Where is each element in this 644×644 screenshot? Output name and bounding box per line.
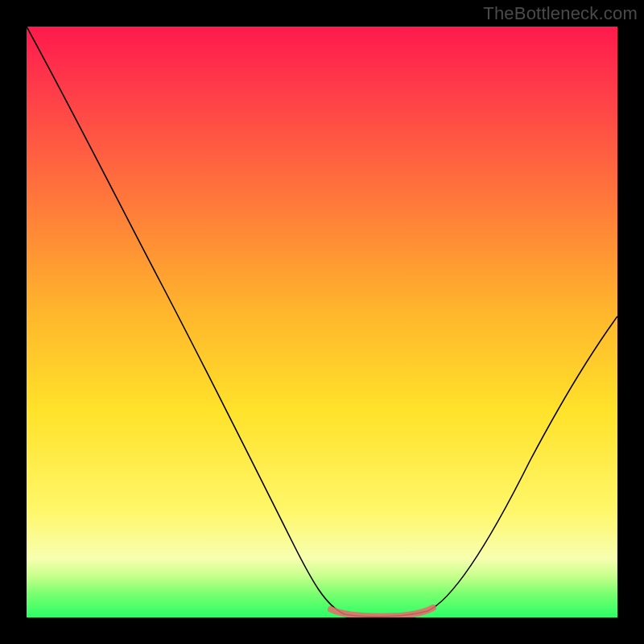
- bottleneck-curve: [27, 27, 617, 617]
- plot-area: [27, 27, 617, 617]
- optimal-band-highlight: [331, 608, 433, 617]
- curve-path: [27, 27, 617, 617]
- chart-frame: TheBottleneck.com: [0, 0, 644, 644]
- watermark-text: TheBottleneck.com: [483, 3, 638, 24]
